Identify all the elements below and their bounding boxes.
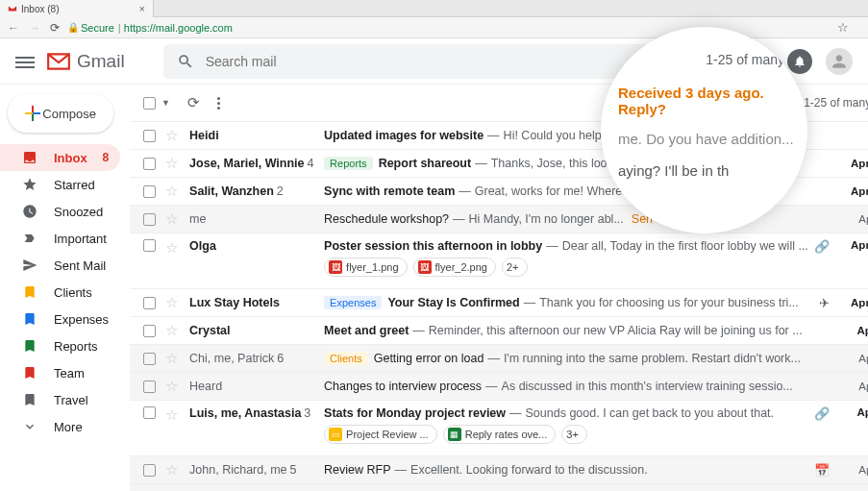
hamburger-menu-icon[interactable] bbox=[15, 54, 35, 69]
email-checkbox[interactable] bbox=[143, 325, 156, 337]
email-checkbox[interactable] bbox=[143, 297, 156, 309]
email-row[interactable]: ☆ Andrea, Jose3 ReportsBaseline graphs—G… bbox=[130, 483, 868, 491]
category-label[interactable]: Expenses bbox=[324, 296, 382, 309]
email-row[interactable]: ☆ Luis, me, Anastasia3 Stats for Monday … bbox=[130, 400, 868, 455]
email-sender: Heard bbox=[189, 380, 324, 393]
email-row[interactable]: ☆ Lux Stay Hotels ExpensesYour Stay Is C… bbox=[130, 288, 868, 316]
bookmark-star-icon[interactable]: ☆ bbox=[837, 20, 849, 35]
sidebar-item-inbox[interactable]: Inbox8 bbox=[0, 144, 120, 171]
email-date: Apr 9 bbox=[837, 353, 868, 364]
select-all-checkbox[interactable] bbox=[143, 97, 156, 110]
sidebar-item-more[interactable]: More bbox=[0, 413, 120, 440]
email-sender: Salit, Wanzhen2 bbox=[189, 184, 324, 198]
category-label[interactable]: Clients bbox=[324, 352, 368, 365]
email-sender: John, Richard, me5 bbox=[189, 463, 324, 477]
attachment-more[interactable]: 2+ bbox=[502, 258, 528, 277]
email-subject: Reschedule workshop? bbox=[324, 212, 449, 226]
sidebar-item-clients[interactable]: Clients bbox=[0, 279, 120, 306]
attachment-chip[interactable]: ▭Project Review ... bbox=[324, 425, 437, 444]
star-icon[interactable]: ☆ bbox=[165, 350, 178, 367]
attachment-chip[interactable]: 🖼flyer_2.png bbox=[413, 258, 496, 277]
category-label[interactable]: Reports bbox=[324, 157, 373, 170]
email-checkbox[interactable] bbox=[143, 185, 156, 198]
email-checkbox[interactable] bbox=[143, 381, 156, 393]
sidebar-item-snoozed[interactable]: Snoozed bbox=[0, 198, 120, 225]
email-row[interactable]: ☆ Chi, me, Patrick6 ClientsGetting error… bbox=[130, 344, 868, 372]
email-date: Apr 8 bbox=[837, 406, 868, 418]
magnified-callout: 1-25 of many Received 3 days ago. Reply?… bbox=[601, 27, 807, 233]
sidebar-item-team[interactable]: Team bbox=[0, 359, 120, 386]
email-checkbox[interactable] bbox=[143, 130, 156, 142]
compose-plus-icon bbox=[25, 106, 29, 121]
tab-close-icon[interactable]: × bbox=[139, 3, 145, 14]
email-subject: Meet and greet bbox=[324, 324, 409, 337]
email-checkbox[interactable] bbox=[143, 158, 156, 170]
email-snippet: As discussed in this month's interview t… bbox=[502, 380, 793, 393]
sidebar-item-label: Starred bbox=[54, 178, 95, 192]
sidebar-item-label: Travel bbox=[54, 393, 88, 407]
star-icon[interactable]: ☆ bbox=[165, 322, 178, 339]
email-content: Changes to interview process—As discusse… bbox=[324, 380, 830, 393]
browser-tab[interactable]: Inbox (8) × bbox=[0, 0, 154, 17]
email-checkbox[interactable] bbox=[143, 239, 156, 252]
refresh-icon[interactable]: ⟳ bbox=[187, 94, 200, 111]
email-snippet: Thank you for choosing us for your busin… bbox=[539, 296, 799, 309]
select-dropdown-icon[interactable]: ▼ bbox=[161, 98, 170, 108]
attachments: ▭Project Review ...▦Reply rates ove...3+ bbox=[324, 425, 587, 444]
star-icon[interactable]: ☆ bbox=[165, 378, 178, 395]
star-icon[interactable]: ☆ bbox=[165, 406, 178, 424]
email-snippet: Hi Mandy, I'm no longer abl... bbox=[469, 212, 624, 226]
email-date: Apr 9 bbox=[837, 381, 868, 392]
email-subject: Review RFP bbox=[324, 463, 390, 477]
email-checkbox[interactable] bbox=[143, 406, 156, 419]
attachment-chip[interactable]: 🖼flyer_1.png bbox=[324, 258, 407, 277]
sidebar-item-expenses[interactable]: Expenses bbox=[0, 306, 120, 332]
email-checkbox[interactable] bbox=[143, 213, 156, 226]
email-row[interactable]: ☆ Crystal Meet and greet—Reminder, this … bbox=[130, 316, 868, 344]
star-icon[interactable]: ☆ bbox=[165, 183, 178, 200]
attachment-chip[interactable]: ▦Reply rates ove... bbox=[443, 425, 557, 444]
email-content: Stats for Monday project review—Sounds g… bbox=[324, 406, 808, 444]
magnified-snippet: me. Do you have addition... bbox=[614, 131, 794, 147]
more-actions-icon[interactable] bbox=[217, 97, 220, 110]
img-file-icon: 🖼 bbox=[418, 260, 432, 274]
gmail-logo[interactable]: Gmail bbox=[46, 51, 125, 72]
notifications-icon[interactable] bbox=[787, 49, 812, 74]
star-icon[interactable]: ☆ bbox=[165, 127, 178, 144]
email-sender: Crystal bbox=[189, 324, 324, 337]
compose-button[interactable]: Compose bbox=[8, 94, 113, 133]
star-icon[interactable]: ☆ bbox=[165, 210, 178, 228]
star-icon[interactable]: ☆ bbox=[165, 239, 178, 257]
email-content: Review RFP—Excellent. Looking forward to… bbox=[324, 463, 808, 477]
sidebar-item-important[interactable]: Important bbox=[0, 225, 120, 252]
account-avatar[interactable] bbox=[826, 48, 853, 75]
sidebar: Compose Inbox8StarredSnoozedImportantSen… bbox=[0, 85, 130, 491]
email-date: Apr 10 bbox=[837, 158, 868, 169]
sidebar-item-count: 8 bbox=[102, 151, 109, 164]
email-content: Meet and greet—Reminder, this afternoon … bbox=[324, 324, 830, 337]
sidebar-item-reports[interactable]: Reports bbox=[0, 332, 120, 359]
email-content: Poster session this afternoon in lobby—D… bbox=[324, 239, 808, 277]
reload-icon[interactable]: ⟳ bbox=[50, 21, 60, 35]
email-checkbox[interactable] bbox=[143, 353, 156, 365]
sidebar-item-starred[interactable]: Starred bbox=[0, 171, 120, 198]
sidebar-item-sent-mail[interactable]: Sent Mail bbox=[0, 252, 120, 279]
magnified-page-info: 1-25 of many bbox=[614, 52, 794, 67]
attachments: 🖼flyer_1.png🖼flyer_2.png2+ bbox=[324, 258, 527, 277]
email-row[interactable]: ☆ John, Richard, me5 Review RFP—Excellen… bbox=[130, 455, 868, 483]
star-icon[interactable]: ☆ bbox=[165, 461, 178, 479]
sidebar-item-label: Inbox bbox=[54, 151, 87, 165]
sidebar-item-travel[interactable]: Travel bbox=[0, 386, 120, 413]
email-subject: Sync with remote team bbox=[324, 184, 455, 198]
url-text[interactable]: https://mail.google.com bbox=[124, 22, 233, 34]
email-sender: Luis, me, Anastasia3 bbox=[189, 406, 324, 420]
back-icon[interactable]: ← bbox=[8, 21, 19, 35]
email-snippet: Dear all, Today in the first floor lobby… bbox=[562, 239, 808, 253]
email-row[interactable]: ☆ Heard Changes to interview process—As … bbox=[130, 372, 868, 400]
email-checkbox[interactable] bbox=[143, 464, 156, 477]
star-icon[interactable]: ☆ bbox=[165, 155, 178, 172]
attachment-more[interactable]: 3+ bbox=[561, 425, 587, 444]
star-icon[interactable]: ☆ bbox=[165, 294, 178, 311]
email-row[interactable]: ☆ Olga Poster session this afternoon in … bbox=[130, 233, 868, 288]
search-icon bbox=[177, 53, 194, 70]
